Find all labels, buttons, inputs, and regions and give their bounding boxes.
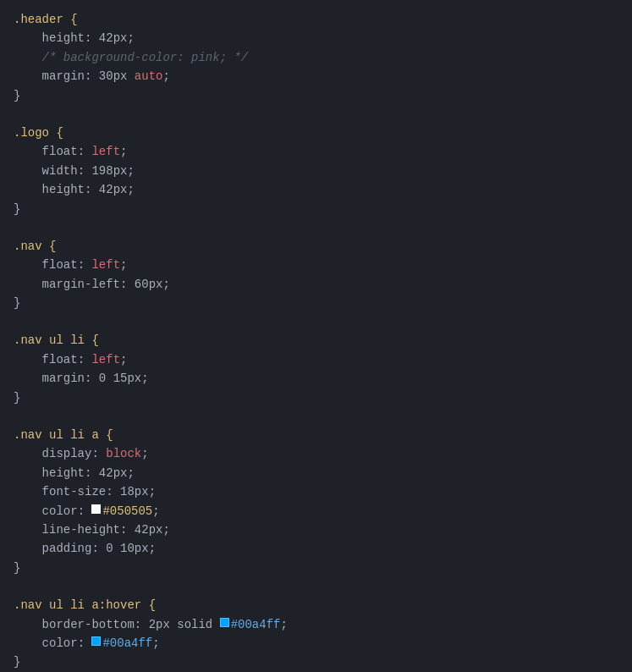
token: .nav { [14, 237, 56, 256]
token: 0 10px [106, 539, 148, 558]
code-line: float: left; [0, 256, 632, 274]
token: 42px [99, 180, 128, 199]
code-line [0, 577, 632, 596]
token: ; [127, 180, 134, 199]
token: : [85, 180, 99, 199]
code-line: float: left; [0, 350, 632, 369]
code-line: .logo { [0, 124, 632, 142]
code-line [0, 105, 632, 124]
token: ; [120, 256, 127, 274]
token: : [91, 444, 106, 463]
code-line: border-bottom: 2px solid #00a4ff; [0, 615, 632, 634]
code-line: } [0, 86, 632, 105]
color-swatch [220, 618, 229, 627]
code-line: width: 198px; [0, 162, 632, 180]
token: : [91, 539, 106, 558]
color-swatch [91, 504, 101, 514]
code-line: height: 42px; [0, 464, 632, 482]
token: } [14, 559, 20, 577]
token: : [78, 256, 92, 274]
token: margin-left [42, 275, 120, 294]
code-line [0, 312, 632, 331]
token: 0 15px [99, 369, 141, 388]
token: ; [152, 634, 159, 653]
code-line: } [0, 200, 632, 218]
token: ; [162, 67, 169, 85]
token-value-keyword: left [91, 256, 120, 274]
code-line: font-size: 18px; [0, 482, 632, 501]
token: height [42, 29, 85, 47]
token: height [42, 180, 85, 199]
token: } [14, 653, 20, 671]
token: } [14, 86, 20, 105]
token: #00a4ff [231, 615, 281, 634]
code-line: color: #050505; [0, 502, 632, 521]
token: : [106, 482, 120, 501]
token: 60px [135, 275, 163, 294]
code-line: } [0, 294, 632, 312]
code-line: } [0, 388, 632, 407]
token: : [78, 350, 92, 369]
token: } [14, 294, 20, 312]
token: float [42, 350, 78, 369]
token: } [14, 200, 20, 218]
token: margin [42, 67, 85, 85]
code-line: .nav ul li a { [0, 426, 632, 444]
token-value-keyword: left [91, 142, 120, 161]
code-line: height: 42px; [0, 29, 632, 47]
token: /* background-color: pink; */ [42, 48, 249, 67]
token: 198px [91, 162, 127, 180]
code-line: display: block; [0, 444, 632, 463]
token: ; [152, 502, 159, 521]
token: padding [42, 539, 92, 558]
token: display [42, 444, 92, 463]
token: ; [162, 275, 169, 294]
token: 42px [99, 29, 128, 47]
token: .nav ul li { [14, 331, 99, 350]
token: ; [141, 369, 148, 388]
token: font-size [42, 482, 107, 501]
token: margin [42, 369, 85, 388]
code-line: margin: 0 15px; [0, 369, 632, 388]
token: float [42, 256, 78, 274]
token: : [85, 67, 99, 85]
code-line: color: #00a4ff; [0, 634, 632, 653]
token: : [85, 464, 99, 482]
code-line: .nav { [0, 237, 632, 256]
code-editor: .header { height: 42px; /* background-co… [0, 7, 632, 672]
token: : [78, 142, 92, 161]
token: : [120, 275, 135, 294]
token: ; [120, 142, 127, 161]
token-value-keyword: block [106, 444, 141, 463]
token: 42px [99, 464, 128, 482]
code-line: padding: 0 10px; [0, 539, 632, 558]
token: float [42, 142, 78, 161]
token: line-height [42, 521, 120, 539]
token: height [42, 464, 85, 482]
token: 18px [120, 482, 149, 501]
code-line: margin: 30px auto; [0, 67, 632, 85]
token: #050505 [102, 502, 152, 521]
token: : [135, 615, 149, 634]
token: width [42, 162, 78, 180]
token: 2px solid [149, 615, 220, 634]
code-line: } [0, 653, 632, 671]
token: .logo { [14, 124, 63, 142]
token: ; [162, 521, 169, 539]
token: #00a4ff [102, 634, 152, 653]
token-value-keyword: left [91, 350, 120, 369]
code-line [0, 218, 632, 237]
token: : [78, 502, 92, 521]
code-line: } [0, 559, 632, 577]
code-line: .nav ul li a:hover { [0, 596, 632, 614]
token: ; [127, 29, 134, 47]
token: color [42, 634, 78, 653]
token: .header { [14, 10, 78, 29]
token: ; [141, 444, 148, 463]
code-line: .nav ul li { [0, 331, 632, 350]
code-line: height: 42px; [0, 180, 632, 199]
color-swatch [91, 636, 101, 646]
token: ; [149, 482, 156, 501]
token: : [78, 162, 92, 180]
token: 42px [135, 521, 163, 539]
